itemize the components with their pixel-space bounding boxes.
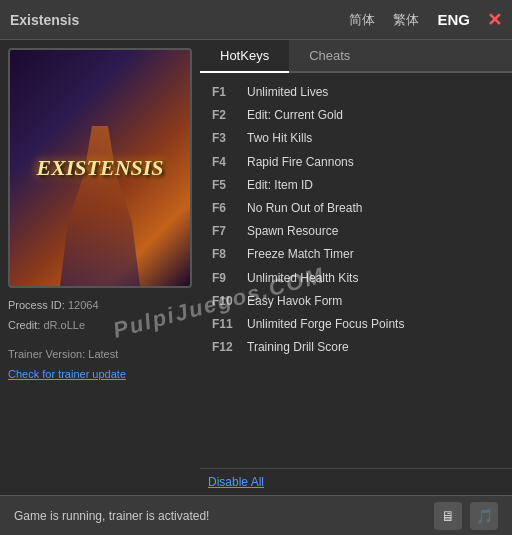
- close-button[interactable]: ✕: [487, 9, 502, 31]
- cheat-item: F3Two Hit Kills: [204, 127, 508, 150]
- cheat-name[interactable]: Edit: Item ID: [247, 176, 500, 195]
- status-message: Game is running, trainer is activated!: [14, 509, 209, 523]
- cheat-item: F1Unlimited Lives: [204, 81, 508, 104]
- process-id-value: 12064: [68, 299, 99, 311]
- lang-traditional[interactable]: 繁体: [388, 9, 424, 31]
- cheat-key: F11: [212, 315, 247, 334]
- enable-disable-area: Disable All: [200, 468, 512, 495]
- cheat-key: F3: [212, 129, 247, 148]
- credit-value: dR.oLLe: [43, 319, 85, 331]
- trainer-version-value: Latest: [88, 348, 118, 360]
- trainer-version-label: Trainer Version:: [8, 348, 85, 360]
- left-panel: EXISTENSIS Process ID: 12064 Credit: dR.…: [0, 40, 200, 495]
- cheat-key: F9: [212, 269, 247, 288]
- cheat-name[interactable]: Rapid Fire Cannons: [247, 153, 500, 172]
- cheat-item: F12Training Drill Score: [204, 336, 508, 359]
- cheat-name[interactable]: Unlimited Forge Focus Points: [247, 315, 500, 334]
- cheat-key: F10: [212, 292, 247, 311]
- cheat-key: F2: [212, 106, 247, 125]
- cheat-name[interactable]: Freeze Match Timer: [247, 245, 500, 264]
- cheat-item: F4Rapid Fire Cannons: [204, 151, 508, 174]
- lang-english[interactable]: ENG: [432, 9, 475, 30]
- update-link[interactable]: Check for trainer update: [8, 368, 192, 380]
- cheat-name[interactable]: Training Drill Score: [247, 338, 500, 357]
- cheat-name[interactable]: Unlimited Lives: [247, 83, 500, 102]
- game-image: EXISTENSIS: [8, 48, 192, 288]
- process-info: Process ID: 12064 Credit: dR.oLLe: [8, 296, 192, 336]
- app-title: Existensis: [10, 12, 344, 28]
- cheat-item: F2Edit: Current Gold: [204, 104, 508, 127]
- cheat-key: F1: [212, 83, 247, 102]
- cheat-key: F5: [212, 176, 247, 195]
- trainer-version-row: Trainer Version: Latest: [8, 348, 192, 360]
- right-panel: HotKeys Cheats F1Unlimited LivesF2Edit: …: [200, 40, 512, 495]
- cheat-item: F5Edit: Item ID: [204, 174, 508, 197]
- credit-row: Credit: dR.oLLe: [8, 316, 192, 336]
- cheat-key: F4: [212, 153, 247, 172]
- tabs: HotKeys Cheats: [200, 40, 512, 73]
- language-selector: 简体 繁体 ENG ✕: [344, 9, 502, 31]
- process-id-row: Process ID: 12064: [8, 296, 192, 316]
- game-image-title: EXISTENSIS: [36, 155, 163, 181]
- cheat-key: F6: [212, 199, 247, 218]
- cheat-item: F8Freeze Match Timer: [204, 243, 508, 266]
- monitor-icon[interactable]: 🖥: [434, 502, 462, 530]
- tab-cheats[interactable]: Cheats: [289, 40, 370, 73]
- cheat-name[interactable]: Spawn Resource: [247, 222, 500, 241]
- main-content: EXISTENSIS Process ID: 12064 Credit: dR.…: [0, 40, 512, 495]
- cheats-list: F1Unlimited LivesF2Edit: Current GoldF3T…: [200, 73, 512, 468]
- music-icon[interactable]: 🎵: [470, 502, 498, 530]
- cheat-item: F7Spawn Resource: [204, 220, 508, 243]
- cheat-item: F10Easy Havok Form: [204, 290, 508, 313]
- cheat-name[interactable]: No Run Out of Breath: [247, 199, 500, 218]
- tab-hotkeys[interactable]: HotKeys: [200, 40, 289, 73]
- process-id-label: Process ID:: [8, 299, 65, 311]
- cheat-item: F6No Run Out of Breath: [204, 197, 508, 220]
- cheat-name[interactable]: Two Hit Kills: [247, 129, 500, 148]
- cheat-key: F12: [212, 338, 247, 357]
- lang-simplified[interactable]: 简体: [344, 9, 380, 31]
- cheat-name[interactable]: Edit: Current Gold: [247, 106, 500, 125]
- game-figure: [60, 126, 140, 286]
- cheat-key: F7: [212, 222, 247, 241]
- cheat-name[interactable]: Easy Havok Form: [247, 292, 500, 311]
- credit-label: Credit:: [8, 319, 40, 331]
- cheat-item: F9Unlimited Health Kits: [204, 267, 508, 290]
- status-icons: 🖥 🎵: [434, 502, 498, 530]
- status-bar: Game is running, trainer is activated! 🖥…: [0, 495, 512, 535]
- title-bar: Existensis 简体 繁体 ENG ✕: [0, 0, 512, 40]
- cheat-item: F11Unlimited Forge Focus Points: [204, 313, 508, 336]
- cheat-name[interactable]: Unlimited Health Kits: [247, 269, 500, 288]
- cheat-key: F8: [212, 245, 247, 264]
- disable-all-button[interactable]: Disable All: [208, 475, 264, 489]
